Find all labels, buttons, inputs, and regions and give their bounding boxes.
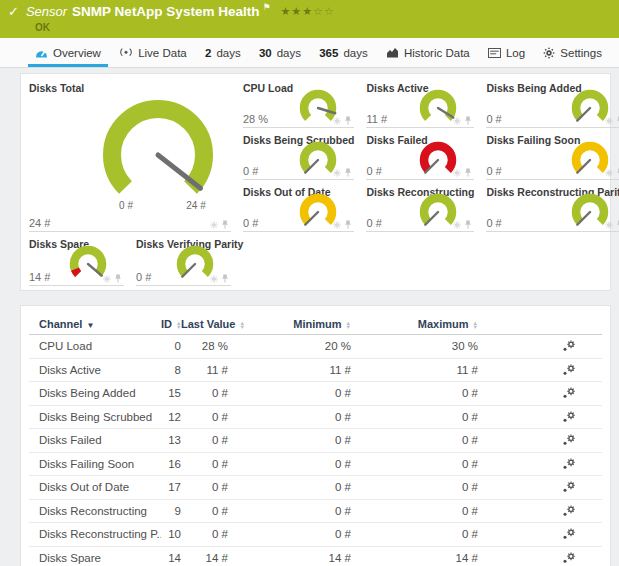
gear-icon[interactable] bbox=[453, 221, 461, 229]
tab-number: 365 bbox=[319, 47, 338, 59]
pin-icon[interactable] bbox=[344, 220, 352, 229]
channel-settings-icon[interactable] bbox=[562, 483, 576, 495]
cell-minimum: 0 # bbox=[228, 505, 351, 517]
table-row[interactable]: Disks Reconstructing P...100 #0 #0 # bbox=[29, 523, 602, 547]
cell-channel[interactable]: Disks Being Added bbox=[29, 387, 161, 399]
gauge-tile-disks-spare[interactable]: Disks Spare14 # bbox=[29, 236, 124, 286]
gear-icon[interactable] bbox=[453, 169, 461, 177]
gear-icon[interactable] bbox=[333, 117, 341, 125]
channel-settings-icon[interactable] bbox=[562, 554, 576, 566]
tab-label: days bbox=[216, 47, 240, 59]
cell-channel[interactable]: Disks Reconstructing bbox=[29, 505, 161, 517]
column-header-minimum[interactable]: Minimum▲▼ bbox=[228, 318, 351, 330]
cell-last-value: 0 # bbox=[181, 387, 228, 399]
cell-channel[interactable]: Disks Failing Soon bbox=[29, 458, 161, 470]
tab-historic-data[interactable]: Historic Data bbox=[379, 38, 477, 67]
cell-last-value: 11 # bbox=[181, 364, 228, 376]
channel-settings-icon[interactable] bbox=[562, 436, 576, 448]
table-row[interactable]: Disks Being Scrubbed120 #0 #0 # bbox=[29, 406, 602, 430]
tab-log[interactable]: Log bbox=[481, 38, 532, 67]
gauge-tile-disks-being-added[interactable]: Disks Being Added0 # bbox=[486, 80, 619, 128]
cell-channel[interactable]: Disks Out of Date bbox=[29, 481, 161, 493]
table-row[interactable]: CPU Load028 %20 %30 % bbox=[29, 335, 602, 359]
stars-empty[interactable]: ☆☆ bbox=[313, 5, 335, 17]
gauge-grid: Disks Total0 #24 #24 #CPU Load28 %Disks … bbox=[29, 80, 602, 286]
tab-2-days[interactable]: 2days bbox=[198, 38, 248, 67]
svg-text:0 #: 0 # bbox=[119, 200, 133, 211]
gauge-tile-disks-being-scrubbed[interactable]: Disks Being Scrubbed0 # bbox=[243, 132, 354, 180]
gear-icon[interactable] bbox=[210, 221, 218, 229]
gauge-tile-disks-reconstructing-parity[interactable]: Disks Reconstructing Parity0 # bbox=[486, 184, 619, 232]
sort-icon[interactable]: ▲▼ bbox=[473, 321, 478, 330]
gauge-tile-actions bbox=[605, 168, 619, 177]
tab-365-days[interactable]: 365days bbox=[312, 38, 374, 67]
pin-icon[interactable] bbox=[464, 116, 472, 125]
table-row[interactable]: Disks Failed130 #0 #0 # bbox=[29, 429, 602, 453]
table-row[interactable]: Disks Spare1414 #14 #14 # bbox=[29, 547, 602, 566]
gear-icon[interactable] bbox=[210, 275, 218, 283]
channel-settings-icon[interactable] bbox=[562, 389, 576, 401]
column-header-channel[interactable]: Channel▼ bbox=[29, 318, 161, 330]
pin-icon[interactable] bbox=[464, 168, 472, 177]
gauge-tile-disks-active[interactable]: Disks Active11 # bbox=[366, 80, 474, 128]
gauge-tile-actions bbox=[210, 220, 229, 229]
pin-icon[interactable] bbox=[221, 220, 229, 229]
channel-settings-icon[interactable] bbox=[562, 530, 576, 542]
gear-icon[interactable] bbox=[453, 117, 461, 125]
gauge-tile-disks-reconstructing[interactable]: Disks Reconstructing0 # bbox=[366, 184, 474, 232]
gear-icon[interactable] bbox=[103, 275, 111, 283]
tab-settings[interactable]: Settings bbox=[536, 38, 609, 67]
column-header-last-value[interactable]: Last Value▲▼ bbox=[181, 318, 228, 330]
gauge-tile-cpu-load[interactable]: CPU Load28 % bbox=[243, 80, 354, 128]
gear-icon[interactable] bbox=[333, 169, 341, 177]
gear-icon[interactable] bbox=[605, 117, 613, 125]
pin-icon[interactable] bbox=[221, 274, 229, 283]
cell-channel[interactable]: Disks Failed bbox=[29, 434, 161, 446]
cell-last-value: 0 # bbox=[181, 505, 228, 517]
pin-icon[interactable] bbox=[344, 168, 352, 177]
tab-overview[interactable]: Overview bbox=[28, 38, 108, 67]
tab-bar: OverviewLive Data2days30days365daysHisto… bbox=[0, 38, 619, 68]
gauge-tile-disks-total[interactable]: Disks Total0 #24 #24 # bbox=[29, 80, 231, 232]
priority-stars[interactable]: ★★★☆☆ bbox=[280, 5, 334, 18]
pin-icon[interactable] bbox=[464, 220, 472, 229]
gear-icon[interactable] bbox=[605, 169, 613, 177]
cell-channel[interactable]: Disks Active bbox=[29, 364, 161, 376]
column-header-maximum[interactable]: Maximum▲▼ bbox=[351, 318, 478, 330]
cell-last-value: 0 # bbox=[181, 458, 228, 470]
table-row[interactable]: Disks Failing Soon160 #0 #0 # bbox=[29, 453, 602, 477]
channel-settings-icon[interactable] bbox=[562, 460, 576, 472]
tab-live-data[interactable]: Live Data bbox=[112, 38, 194, 67]
cell-channel[interactable]: CPU Load bbox=[29, 340, 161, 352]
column-label: Minimum bbox=[293, 318, 341, 330]
gauge-value: 28 % bbox=[243, 113, 268, 125]
gear-icon[interactable] bbox=[333, 221, 341, 229]
gauge-value: 14 # bbox=[29, 271, 50, 283]
gear-icon[interactable] bbox=[605, 221, 613, 229]
cell-channel[interactable]: Disks Reconstructing P... bbox=[29, 528, 161, 540]
cell-actions bbox=[478, 434, 602, 446]
gauge-tile-disks-out-of-date[interactable]: Disks Out of Date0 # bbox=[243, 184, 354, 232]
pin-icon[interactable] bbox=[114, 274, 122, 283]
cell-channel[interactable]: Disks Spare bbox=[29, 552, 161, 564]
sort-desc-icon[interactable]: ▼ bbox=[86, 321, 94, 330]
cell-id: 8 bbox=[161, 364, 181, 376]
table-row[interactable]: Disks Out of Date170 #0 #0 # bbox=[29, 476, 602, 500]
cell-channel[interactable]: Disks Being Scrubbed bbox=[29, 411, 161, 423]
pin-icon[interactable] bbox=[344, 116, 352, 125]
tab-30-days[interactable]: 30days bbox=[252, 38, 308, 67]
gauge-tile-disks-failing-soon[interactable]: Disks Failing Soon0 # bbox=[486, 132, 619, 180]
table-row[interactable]: Disks Reconstructing90 #0 #0 # bbox=[29, 500, 602, 524]
channel-settings-icon[interactable] bbox=[562, 507, 576, 519]
flag-icon[interactable]: ⚑ bbox=[262, 2, 270, 12]
table-row[interactable]: Disks Being Added150 #0 #0 # bbox=[29, 382, 602, 406]
tab-label: days bbox=[277, 47, 301, 59]
channel-settings-icon[interactable] bbox=[562, 413, 576, 425]
channel-settings-icon[interactable] bbox=[562, 366, 576, 378]
channel-settings-icon[interactable] bbox=[562, 342, 576, 354]
table-row[interactable]: Disks Active811 #11 #11 # bbox=[29, 359, 602, 383]
gauge-tile-disks-failed[interactable]: Disks Failed0 # bbox=[366, 132, 474, 180]
stars-filled[interactable]: ★★★ bbox=[280, 5, 313, 17]
gauge-tile-disks-verifying-parity[interactable]: Disks Verifying Parity0 # bbox=[136, 236, 231, 286]
column-header-id[interactable]: ID▲▼ bbox=[161, 318, 181, 330]
